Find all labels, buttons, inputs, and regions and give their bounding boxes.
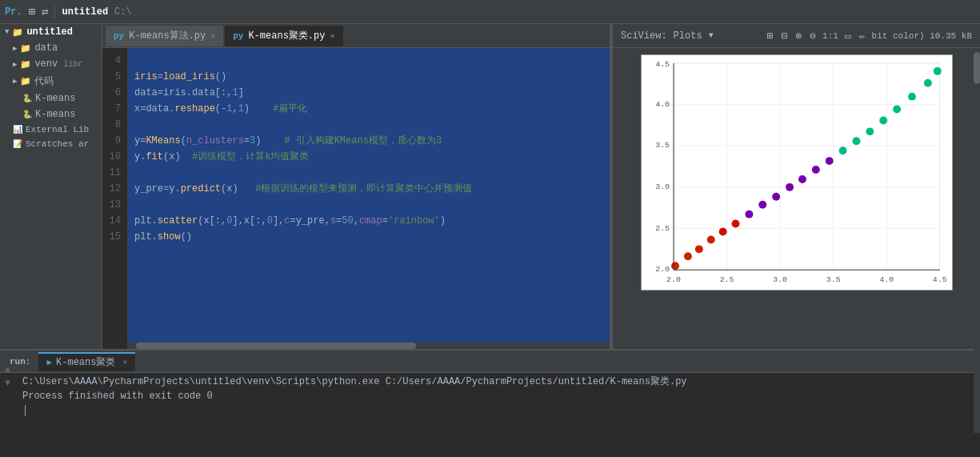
grid-icon[interactable]: ⊞ [29,5,35,18]
tab-kmeans-cluster[interactable]: py K-means聚类.py ✕ [225,26,342,46]
svg-text:3.5: 3.5 [826,275,840,284]
svg-text:2.5: 2.5 [719,275,734,284]
sciview-label: SciView: [621,30,667,42]
zoom-out-icon[interactable]: ⊖ [808,28,818,44]
scatter-plot: 2.0 2.5 3.0 3.5 4.0 4.5 2.0 2.5 3.0 3.5 … [642,55,952,290]
svg-point-41 [923,79,931,87]
sidebar-item-data[interactable]: ▶ 📁 data [0,40,102,56]
py-icon-1: py [114,31,124,41]
bottom-tab-bar: run: ▶ K-means聚类 ✕ [0,351,980,373]
svg-point-38 [879,116,887,124]
sidebar-item-kmeans1[interactable]: 🐍 K-means [0,90,102,106]
code-lines: iris=load_iris() data=iris.data[:,1] x=d… [128,48,610,349]
folder-icon-data: 📁 [20,43,31,54]
arrow-down-icon: ▼ [5,28,9,36]
tab-label-2: K-means聚类.py [248,29,325,42]
sidebar: ▼ 📁 untitled ▶ 📁 data ▶ 📁 venv libr ▶ 📁 … [0,24,102,349]
svg-point-26 [718,228,726,236]
editor-scrollbar[interactable] [128,343,610,349]
tab-kmeans-algo[interactable]: py K-means算法.py ✕ [106,26,223,46]
sidebar-item-code[interactable]: ▶ 📁 代码 [0,72,102,90]
folder-icon-code: 📁 [20,76,31,86]
sidebar-label-code: 代码 [34,74,54,88]
svg-text:3.5: 3.5 [655,141,670,150]
pen-icon[interactable]: ✏ [858,28,867,44]
arrows-icon[interactable]: ⇄ [42,5,48,18]
svg-text:3.0: 3.0 [773,275,787,284]
svg-text:4.5: 4.5 [932,275,946,284]
svg-point-30 [772,193,780,201]
tab-close-2[interactable]: ✕ [330,31,334,41]
code-editor[interactable]: 4 5 6 7 8 9 10 11 12 13 14 15 [102,48,610,349]
run-icon: ▶ [46,357,52,367]
zoom-in-icon[interactable]: ⊕ [794,28,803,44]
svg-text:2.5: 2.5 [655,224,670,233]
sciview-scrollbar[interactable] [974,48,980,349]
ratio-label: 1:1 [822,31,838,41]
bottom-tab-close[interactable]: ✕ [122,358,126,367]
table-icon[interactable]: ⊟ [780,28,790,44]
svg-point-22 [671,262,679,270]
svg-text:2.0: 2.0 [655,265,670,274]
svg-point-42 [933,67,941,75]
sidebar-label-data: data [34,42,58,54]
bottom-tab-run[interactable]: ▶ K-means聚类 ✕ [38,352,134,371]
line-numbers: 4 5 6 7 8 9 10 11 12 13 14 15 [102,48,128,349]
sidebar-item-external-lib[interactable]: 📊 External Lib [0,122,102,137]
svg-text:2.0: 2.0 [666,275,681,284]
output-line-1: C:\Users\AAAA\PycharmProjects\untitled\v… [22,375,974,389]
editor-scrollbar-thumb[interactable] [136,343,416,349]
size-label: bit color) 10.35 kB [872,31,972,41]
svg-point-39 [893,106,901,114]
svg-point-33 [811,166,819,174]
sidebar-item-kmeans2[interactable]: 🐍 K-means [0,106,102,122]
arrow-right-icon: ▶ [13,44,17,53]
sciview-bar: SciView: Plots ▼ ⊞ ⊟ ⊕ ⊖ 1:1 ▭ ✏ bit col… [613,24,980,48]
file-icon-2: 🐍 [22,110,32,119]
sciview-panel: SciView: Plots ▼ ⊞ ⊟ ⊕ ⊖ 1:1 ▭ ✏ bit col… [612,24,980,349]
sidebar-label-external: External Lib [26,125,89,134]
bottom-panel: run: ▶ K-means聚类 ✕ ▲ ▼ C:\Users\AAAA\Pyc… [0,349,980,433]
output-path-text: C:\Users\AAAA\PycharmProjects\untitled\v… [22,376,687,387]
output-cursor-line: │ [22,403,974,418]
svg-text:4.5: 4.5 [655,60,670,69]
sidebar-label-scratches: Scratches ar [26,139,89,149]
bottom-output: C:\Users\AAAA\PycharmProjects\untitled\v… [0,373,980,433]
scratch-icon: 📝 [13,139,22,149]
sidebar-item-scratches[interactable]: 📝 Scratches ar [0,137,102,151]
svg-point-36 [852,137,860,145]
chevron-down-icon[interactable]: ▼ [709,31,714,40]
sidebar-label-venv: venv libr [34,58,82,70]
output-success-text: Process finished with exit code 0 [22,391,213,402]
svg-point-34 [825,157,833,165]
sciview-scrollbar-thumb[interactable] [974,52,980,84]
svg-text:4.0: 4.0 [655,100,670,109]
output-line-2: Process finished with exit code 0 [22,389,974,403]
svg-point-25 [706,235,714,243]
top-bar: Pr. ⊞ ⇄ untitled C:\ [0,0,980,24]
sidebar-item-venv[interactable]: ▶ 📁 venv libr [0,56,102,72]
sidebar-item-untitled[interactable]: ▼ 📁 untitled [0,24,102,40]
svg-point-23 [683,252,691,260]
scroll-up-icon[interactable]: ▲ [5,364,10,375]
ext-lib-icon: 📊 [13,125,22,134]
svg-text:4.0: 4.0 [879,275,894,284]
svg-point-27 [731,220,739,228]
svg-point-35 [838,146,846,154]
svg-point-24 [694,245,702,253]
rect-icon[interactable]: ▭ [843,28,853,44]
tab-close-1[interactable]: ✕ [210,31,215,41]
grid2-icon[interactable]: ⊞ [766,28,775,44]
tab-bar: py K-means算法.py ✕ py K-means聚类.py ✕ [102,24,610,48]
cursor-char: │ [22,405,28,416]
svg-point-29 [758,201,766,209]
sciview-plots-label[interactable]: Plots [674,30,702,42]
scroll-down-icon[interactable]: ▼ [5,378,10,389]
svg-point-32 [798,175,806,183]
plot-area: 2.0 2.5 3.0 3.5 4.0 4.5 2.0 2.5 3.0 3.5 … [641,54,953,291]
sidebar-label-untitled: untitled [26,26,73,38]
project-icon: Pr. [5,6,22,18]
svg-point-28 [745,210,753,218]
svg-point-31 [786,183,794,191]
bottom-scrollbar[interactable] [974,349,980,433]
